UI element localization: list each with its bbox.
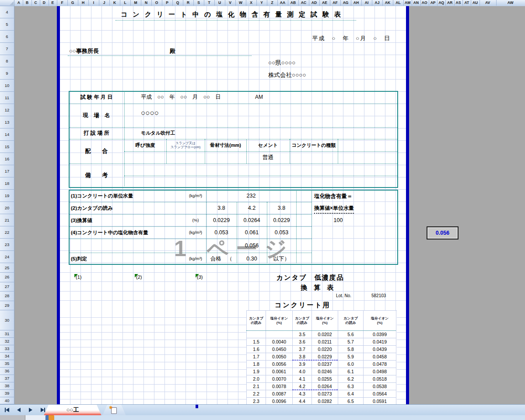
conversion-col-header-5[interactable]: 塩分イオン (%)	[364, 311, 396, 331]
conversion-cell-7-1[interactable]: 0.0078	[266, 383, 293, 390]
row-header-28[interactable]: 28	[0, 292, 14, 301]
report-date-line[interactable]: 平成 ○ 年 ○月 ○ 日	[262, 35, 391, 42]
column-header-AO[interactable]: AO	[420, 0, 429, 6]
measure-label-5[interactable]: (5)判定	[71, 253, 185, 265]
measure-value-5-2[interactable]: 以下）	[267, 253, 296, 265]
row-headers[interactable]: 4567891011121314151617181920212223242526…	[0, 6, 14, 404]
column-header-AP[interactable]: AP	[429, 0, 438, 6]
notes-label[interactable]: 備 考	[69, 163, 124, 187]
mix-header-3[interactable]: セメント	[246, 139, 290, 151]
tab-scroll-next-button[interactable]	[26, 406, 36, 415]
row-header-22[interactable]: 22	[0, 226, 14, 239]
row-header-5[interactable]: 5	[0, 18, 14, 31]
column-header-W[interactable]: W	[235, 0, 246, 6]
column-header-R[interactable]: R	[183, 0, 194, 6]
conversion-cell-8-0[interactable]: 2.2	[247, 390, 266, 398]
conversion-cell-1-0[interactable]: 1.5	[247, 338, 266, 346]
sheet-tab-active[interactable]: ○○工	[44, 405, 102, 416]
measure-value-3-2[interactable]: 0.053	[267, 226, 296, 239]
column-header-V[interactable]: V	[225, 0, 236, 6]
select-all-corner[interactable]	[0, 0, 14, 6]
conversion-cell-5-2[interactable]: 4.0	[293, 368, 312, 375]
conversion-cell-6-2[interactable]: 4.1	[293, 375, 312, 383]
column-header-AG[interactable]: AG	[340, 0, 351, 6]
column-header-J[interactable]: J	[99, 0, 110, 6]
conversion-cell-6-3[interactable]: 0.0255	[312, 375, 338, 383]
row-header-10[interactable]: 10	[0, 80, 14, 92]
column-header-AR[interactable]: AR	[446, 0, 455, 6]
mix-header-2[interactable]: 骨材寸法(mm)	[205, 139, 246, 151]
conversion-cell-7-0[interactable]: 2.1	[247, 383, 266, 390]
row-header-23[interactable]: 23	[0, 239, 14, 251]
site-name-value[interactable]: ○○○○	[141, 109, 159, 118]
measure-value-1-0[interactable]: 3.8	[206, 202, 237, 214]
comment-marker-3[interactable]: (3)	[197, 274, 203, 280]
row-header-25[interactable]: 25	[0, 263, 14, 273]
row-header-12[interactable]: 12	[0, 104, 14, 116]
chloride-formula-line1[interactable]: 塩化物含有量＝	[314, 191, 353, 201]
conversion-cell-2-2[interactable]: 3.7	[293, 346, 312, 353]
column-header-Z[interactable]: Z	[267, 0, 278, 6]
measure-label-0[interactable]: (1)コンクリートの単位水量	[71, 190, 185, 202]
row-header-11[interactable]: 11	[0, 92, 14, 104]
measure-value-5-1[interactable]: 0.30	[237, 253, 267, 265]
test-date-suffix[interactable]: AM	[255, 91, 263, 104]
conversion-cell-2-1[interactable]: 0.0450	[266, 346, 293, 353]
conversion-cell-0-3[interactable]: 0.0202	[312, 331, 338, 338]
measure-label-1[interactable]: (2)カンタブの読み	[71, 202, 185, 214]
conversion-cell-8-1[interactable]: 0.0087	[266, 390, 293, 398]
measure-value-4-1[interactable]: 0.056	[237, 239, 267, 253]
measure-value-2-2[interactable]: 0.0229	[267, 214, 296, 226]
sheet-title[interactable]: コンクリート中の塩化物含有量測定試験表	[69, 9, 398, 20]
column-header-AL[interactable]: AL	[393, 0, 404, 6]
conversion-cell-0-5[interactable]: 0.0399	[364, 331, 396, 338]
column-header-AA[interactable]: AA	[277, 0, 288, 6]
tab-scroll-prev-button[interactable]	[14, 406, 24, 415]
column-header-E[interactable]: E	[49, 0, 57, 6]
test-date-value[interactable]: 平成 ○○ 年 ○○ 月 ○○ 日	[141, 91, 221, 104]
conversion-col-header-4[interactable]: カンタブ の読み	[338, 311, 364, 331]
column-header-AQ[interactable]: AQ	[437, 0, 446, 6]
conversion-cell-4-1[interactable]: 0.0056	[266, 361, 293, 368]
row-header-20[interactable]: 20	[0, 202, 14, 214]
conversion-cell-3-1[interactable]: 0.0050	[266, 353, 293, 361]
column-header-Q[interactable]: Q	[172, 0, 183, 6]
conversion-usage[interactable]: コンクリート用	[275, 301, 331, 309]
measure-value-0-merged[interactable]: 232	[206, 190, 296, 202]
conversion-cell-7-5[interactable]: 0.0538	[364, 383, 396, 390]
column-header-N[interactable]: N	[141, 0, 152, 6]
row-header-21[interactable]: 21	[0, 214, 14, 226]
conversion-cell-0-0[interactable]	[247, 331, 266, 338]
conversion-col-header-1[interactable]: 塩分イオン (%)	[266, 311, 293, 331]
row-header-6[interactable]: 6	[0, 31, 14, 43]
row-header-24[interactable]: 24	[0, 251, 14, 263]
measure-unit-3[interactable]: (kg/m³)	[186, 226, 206, 239]
insert-worksheet-tab[interactable]: ✱	[102, 405, 126, 416]
row-header-31[interactable]: 31	[0, 330, 14, 338]
column-header-D[interactable]: D	[40, 0, 49, 6]
conversion-cell-3-5[interactable]: 0.0458	[364, 353, 396, 361]
row-header-4[interactable]: 4	[0, 6, 14, 18]
conversion-col-header-0[interactable]: カンタブ の読み	[247, 311, 266, 331]
column-header-AJ[interactable]: AJ	[372, 0, 383, 6]
row-header-38[interactable]: 38	[0, 382, 14, 390]
addressee[interactable]: ○○事務所長	[69, 47, 99, 55]
column-header-O[interactable]: O	[151, 0, 162, 6]
column-header-G[interactable]: G	[67, 0, 78, 6]
column-header-AS[interactable]: AS	[454, 0, 463, 6]
conversion-col-header-2[interactable]: カンタブ の読み	[293, 311, 312, 331]
chloride-formula-numerator[interactable]: 換算値×単位水量	[314, 203, 354, 214]
page-break-line-right[interactable]	[406, 6, 409, 404]
conversion-cell-5-1[interactable]: 0.0061	[266, 368, 293, 375]
column-header-AI[interactable]: AI	[361, 0, 372, 6]
mix-header-1[interactable]: スランプ又は スランプフロー(cm)	[166, 139, 205, 151]
mix-header-0[interactable]: 呼び強度	[124, 139, 166, 151]
conversion-subtitle[interactable]: 換 算 表	[284, 284, 350, 292]
column-header-T[interactable]: T	[204, 0, 215, 6]
column-header-AF[interactable]: AF	[330, 0, 341, 6]
column-header-AC[interactable]: AC	[298, 0, 309, 6]
conversion-cell-1-2[interactable]: 3.6	[293, 338, 312, 346]
conversion-cell-8-5[interactable]: 0.0564	[364, 390, 396, 398]
column-header-M[interactable]: M	[130, 0, 141, 6]
conversion-cell-2-0[interactable]: 1.6	[247, 346, 266, 353]
